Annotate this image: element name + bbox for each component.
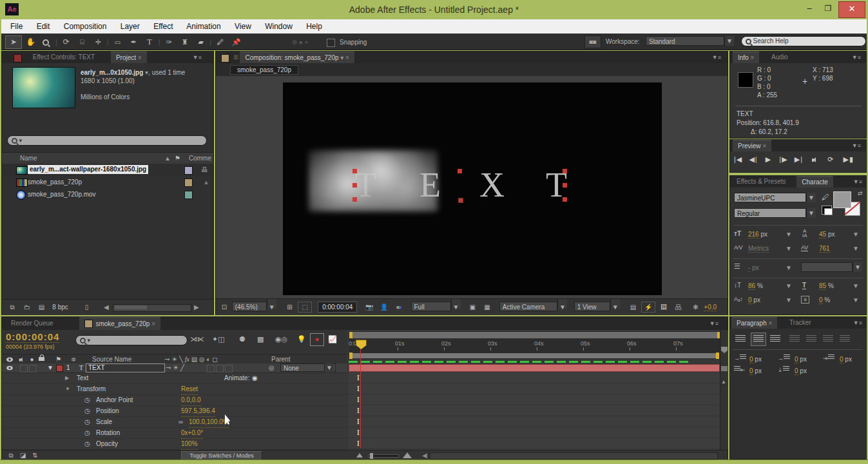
menu-layer[interactable]: Layer [121, 22, 140, 31]
tab-tracker[interactable]: Tracker [784, 317, 816, 329]
transform-reset-link[interactable]: Reset [181, 383, 198, 395]
link-icon[interactable]: ∞ [178, 416, 183, 427]
interpret-footage-icon[interactable]: ⧉ [6, 300, 19, 315]
stopwatch-icon[interactable]: ◷ [84, 405, 90, 416]
camera-dropdown[interactable]: Active Camera [499, 302, 557, 311]
camera-arrow[interactable]: ▼ [557, 299, 567, 309]
view-layout-arrow[interactable]: ▼ [610, 299, 620, 309]
comp-mini-flowchart-icon[interactable]: ⋊⋉ [190, 335, 204, 343]
search-help-input[interactable]: Search Help [741, 36, 866, 46]
menu-view[interactable]: View [235, 22, 251, 31]
character-panel-menu-icon[interactable]: ▼≡ [853, 176, 862, 188]
snapping-checkbox[interactable] [327, 39, 335, 47]
brainstorm-icon[interactable]: 💡 [297, 335, 306, 343]
zoom-tool[interactable] [40, 34, 54, 50]
exposure-value[interactable]: +0.0 [704, 304, 717, 311]
first-frame-button[interactable]: |◀ [734, 155, 742, 163]
zoom-out-mountain-icon[interactable] [356, 453, 363, 458]
zoom-in-mountain-icon[interactable] [403, 452, 412, 458]
type-tool[interactable]: T [142, 34, 157, 50]
puppet-pin-tool[interactable]: 📌 [229, 34, 244, 50]
cti-line[interactable] [360, 340, 361, 448]
stroke-width-arrow[interactable]: ▼ [786, 264, 792, 271]
property-row-anchor-point[interactable]: ◷ Anchor Point 0.0,0.0 [2, 394, 347, 406]
source-name-column[interactable]: Source Name [92, 356, 131, 363]
font-size-arrow[interactable]: ▼ [786, 231, 792, 238]
timeline-button-icon[interactable]: 🖽 [657, 299, 670, 315]
play-button[interactable]: ▶ [766, 155, 771, 163]
project-item-name[interactable]: smoke_pass_720p [28, 176, 82, 188]
column-name[interactable]: Name [20, 155, 37, 162]
current-timecode[interactable]: 0:00:00:04 [6, 331, 59, 343]
horizontal-scale-arrow[interactable]: ▼ [853, 282, 859, 289]
comp-tab-dropdown-icon[interactable]: ▾ [340, 54, 343, 61]
footage-dropdown-icon[interactable]: ▾ [143, 69, 148, 76]
maximize-button[interactable]: ❐ [820, 3, 836, 15]
scroll-left-icon[interactable]: ◀ [104, 300, 109, 315]
property-value[interactable]: 100% [181, 438, 198, 450]
tab-timeline-comp[interactable]: smoke_pass_720p × [79, 317, 160, 330]
baseline-shift-arrow[interactable]: ▼ [786, 296, 792, 304]
property-name[interactable]: Anchor Point [96, 394, 133, 405]
menu-file[interactable]: File [10, 22, 23, 31]
work-area-end-handle[interactable] [716, 353, 719, 359]
property-row-transform[interactable]: ▼ Transform Reset [2, 383, 347, 395]
tsume-value[interactable]: 0 % [819, 296, 830, 304]
property-row-rotation[interactable]: ◷ Rotation 0x+0.0° [2, 427, 347, 439]
layer-row[interactable]: ▼ 1 T TEXT ⊸ ☀ ╱ ◎ None ▼ [2, 363, 347, 373]
timeline-search-input[interactable]: ▾ [75, 335, 188, 345]
brush-tool[interactable]: ✑ [162, 34, 176, 50]
indent-right-value[interactable]: 0 px [840, 356, 852, 363]
work-area-bar[interactable] [349, 353, 720, 359]
selection-handle[interactable] [352, 183, 357, 188]
unlocked-icon[interactable]: ⚿ [234, 52, 238, 63]
resolution-arrow[interactable]: ▼ [451, 299, 461, 309]
menu-help[interactable]: Help [306, 22, 322, 31]
leading-value[interactable]: 45 px [819, 231, 834, 238]
fill-color-swatch[interactable] [833, 191, 851, 208]
timeline-panel-menu-icon[interactable]: ▼≡ [709, 317, 719, 330]
font-style-arrow[interactable]: ▼ [806, 208, 816, 218]
align-right-button[interactable] [770, 335, 780, 343]
rotation-tool[interactable]: ⟳ [59, 34, 73, 50]
channels-icon[interactable]: ●●● [392, 299, 405, 315]
default-fill-stroke-icon[interactable] [822, 206, 832, 215]
comp-frame[interactable]: T E X T [283, 82, 662, 295]
tab-effect-controls[interactable]: Effect Controls: TEXT [28, 52, 100, 63]
motion-blur-icon[interactable]: ◉◎ [275, 335, 287, 343]
comp-viewer[interactable]: T E X T [216, 76, 728, 298]
fast-previews-icon[interactable]: ⚡ [641, 302, 655, 313]
snapshot-icon[interactable]: 📷 [363, 299, 376, 315]
new-folder-icon[interactable]: 🗀 [21, 300, 34, 315]
space-before-value[interactable]: 0 px [749, 367, 762, 374]
project-row[interactable]: smoke_pass_720p.mov [2, 188, 213, 200]
last-frame-button[interactable]: ▶| [795, 155, 803, 163]
comp-panel-menu-icon[interactable]: ▼≡ [712, 52, 721, 63]
property-value[interactable]: 0.0,0.0 [181, 394, 201, 406]
collapse-arrow-icon[interactable]: ▼ [65, 383, 70, 394]
eraser-tool[interactable]: ▰ [194, 34, 208, 50]
menu-edit[interactable]: Edit [37, 22, 50, 31]
parent-dropdown-arrow[interactable]: ▼ [324, 363, 334, 372]
breadcrumb-comp[interactable]: smoke_pass_720p [230, 65, 298, 75]
font-family-arrow[interactable]: ▼ [806, 193, 816, 202]
layer-switches[interactable]: ⊸ ☀ ╱ [166, 363, 184, 372]
work-area-start-handle[interactable] [349, 353, 352, 359]
label-chip[interactable] [184, 179, 193, 187]
tracking-value[interactable]: 761 [819, 245, 830, 253]
indent-first-line-value[interactable]: 0 px [795, 356, 807, 363]
info-panel-menu-icon[interactable]: ▼≡ [852, 52, 861, 63]
workspace-dropdown[interactable]: Standard [646, 36, 724, 46]
selection-handle[interactable] [563, 169, 567, 173]
paragraph-panel-menu-icon[interactable]: ▼≡ [853, 317, 862, 329]
project-search-input[interactable]: ▾ [7, 135, 207, 146]
transparency-grid-icon[interactable]: ▦ [481, 299, 494, 315]
magnification-dropdown[interactable]: (46.5%) [232, 302, 267, 311]
property-row-text[interactable]: ▶ Text Animate: ◉ [2, 372, 347, 384]
property-value[interactable]: 597.5,396.4 [181, 405, 215, 417]
loop-button[interactable]: ⟳ [827, 155, 834, 163]
vertical-scale-arrow[interactable]: ▼ [786, 282, 792, 289]
property-name[interactable]: Scale [96, 416, 112, 427]
tsume-arrow[interactable]: ▼ [853, 296, 859, 304]
property-name[interactable]: Transform [77, 383, 106, 394]
